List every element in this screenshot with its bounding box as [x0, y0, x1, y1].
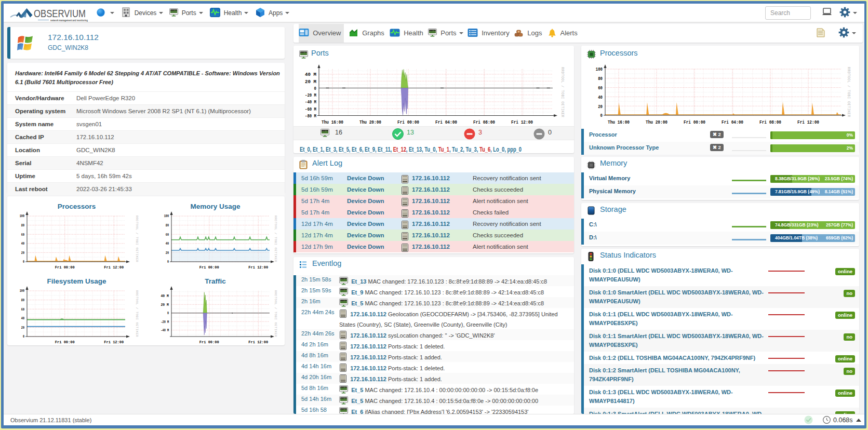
- svg-text:network management and monitor: network management and monitoring: [50, 19, 88, 22]
- svg-text:Thu 16:00: Thu 16:00: [608, 119, 630, 125]
- svg-text:40 M: 40 M: [161, 294, 169, 298]
- svg-text:Fri 00:00: Fri 00:00: [199, 340, 219, 344]
- svg-text:RRDTOOL / TOBI OETIKER: RRDTOOL / TOBI OETIKER: [274, 290, 277, 337]
- svg-text:-80 M: -80 M: [305, 113, 316, 119]
- svg-text:OBSERVIUM: OBSERVIUM: [34, 8, 86, 19]
- svg-text:-60 M: -60 M: [305, 106, 316, 112]
- svg-text:40 M: 40 M: [305, 72, 316, 77]
- svg-text:RRDTOOL / TOBI OETIKER: RRDTOOL / TOBI OETIKER: [560, 67, 564, 117]
- svg-text:0: 0: [314, 86, 317, 91]
- svg-text:Fri 04:00: Fri 04:00: [435, 119, 457, 125]
- svg-text:-40 M: -40 M: [161, 328, 169, 332]
- svg-text:60: 60: [598, 85, 603, 91]
- svg-text:Fri 00:00: Fri 00:00: [684, 119, 705, 125]
- svg-text:20 M: 20 M: [161, 303, 169, 307]
- svg-text:20 M: 20 M: [305, 79, 316, 85]
- svg-text:Fri 00:00: Fri 00:00: [397, 119, 419, 125]
- svg-text:Fri 12:00: Fri 12:00: [248, 340, 268, 344]
- svg-text:Fri 12:00: Fri 12:00: [797, 119, 819, 125]
- svg-text:Fri 08:00: Fri 08:00: [473, 119, 495, 125]
- svg-text:100: 100: [596, 66, 603, 72]
- svg-text:RRDTOOL / TOBI OETIKER: RRDTOOL / TOBI OETIKER: [847, 67, 850, 117]
- svg-text:Thu 16:00: Thu 16:00: [322, 119, 343, 125]
- svg-text:40: 40: [598, 95, 603, 100]
- svg-text:-20 M: -20 M: [305, 92, 316, 98]
- svg-text:Thu 20:00: Thu 20:00: [646, 119, 667, 125]
- svg-text:-40 M: -40 M: [305, 99, 316, 105]
- svg-text:Fri 08:00: Fri 08:00: [759, 119, 781, 125]
- svg-text:20: 20: [598, 104, 603, 110]
- svg-text:-20 M: -20 M: [161, 320, 169, 324]
- svg-text:Fri 12:00: Fri 12:00: [511, 119, 533, 125]
- svg-text:80: 80: [598, 76, 603, 82]
- svg-text:0: 0: [167, 311, 169, 315]
- svg-text:Fri 04:00: Fri 04:00: [722, 119, 743, 125]
- svg-text:Thu 20:00: Thu 20:00: [359, 119, 381, 125]
- svg-text:0: 0: [600, 113, 603, 118]
